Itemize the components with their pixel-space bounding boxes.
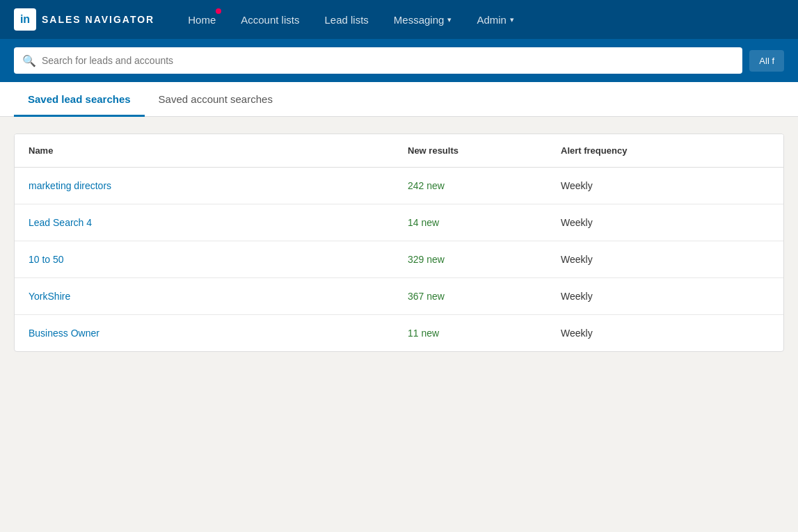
search-icon: 🔍 xyxy=(22,54,36,67)
row-new-results: 11 new xyxy=(408,328,561,339)
home-label: Home xyxy=(188,14,216,26)
table-row[interactable]: Business Owner 11 new Weekly xyxy=(15,315,783,351)
row-new-results: 367 new xyxy=(408,291,561,302)
admin-label: Admin xyxy=(477,14,506,26)
lead-lists-label: Lead lists xyxy=(324,14,368,26)
nav-link-lead-lists[interactable]: Lead lists xyxy=(312,0,381,39)
account-lists-label: Account lists xyxy=(241,14,299,26)
table-row[interactable]: 10 to 50 329 new Weekly xyxy=(15,241,783,278)
row-frequency: Weekly xyxy=(561,328,714,339)
tab-saved-account-searches[interactable]: Saved account searches xyxy=(145,82,287,117)
filter-button[interactable]: All f xyxy=(749,50,784,72)
row-frequency: Weekly xyxy=(561,217,714,228)
row-frequency: Weekly xyxy=(561,180,714,191)
row-new-results: 329 new xyxy=(408,254,561,265)
row-name[interactable]: Lead Search 4 xyxy=(29,217,408,228)
table-header: Name New results Alert frequency xyxy=(15,134,783,168)
table-row[interactable]: YorkShire 367 new Weekly xyxy=(15,278,783,315)
row-name[interactable]: marketing directors xyxy=(29,180,408,191)
linkedin-logo-box: in xyxy=(14,8,36,31)
admin-chevron-icon: ▾ xyxy=(510,15,514,24)
nav-link-admin[interactable]: Admin ▾ xyxy=(464,0,527,39)
column-new-results: New results xyxy=(408,145,561,156)
navbar: in SALES NAVIGATOR Home Account lists Le… xyxy=(0,0,798,39)
row-name[interactable]: YorkShire xyxy=(29,291,408,302)
search-input[interactable] xyxy=(42,55,734,66)
row-name[interactable]: Business Owner xyxy=(29,328,408,339)
row-name[interactable]: 10 to 50 xyxy=(29,254,408,265)
nav-links: Home Account lists Lead lists Messaging … xyxy=(175,0,784,39)
nav-link-account-lists[interactable]: Account lists xyxy=(228,0,312,39)
tabs-wrap: Saved lead searches Saved account search… xyxy=(0,82,798,117)
search-box: 🔍 xyxy=(14,47,742,74)
messaging-chevron-icon: ▾ xyxy=(447,15,452,24)
row-frequency: Weekly xyxy=(561,254,714,265)
table-row[interactable]: marketing directors 242 new Weekly xyxy=(15,168,783,204)
nav-link-home[interactable]: Home xyxy=(175,0,228,39)
table-row[interactable]: Lead Search 4 14 new Weekly xyxy=(15,204,783,241)
column-alert-frequency: Alert frequency xyxy=(561,145,714,156)
column-actions xyxy=(714,145,769,156)
row-new-results: 242 new xyxy=(408,180,561,191)
tab-saved-lead-searches[interactable]: Saved lead searches xyxy=(14,82,145,117)
column-name: Name xyxy=(29,145,408,156)
nav-link-messaging[interactable]: Messaging ▾ xyxy=(381,0,465,39)
search-bar-wrap: 🔍 All f xyxy=(0,39,798,82)
brand-name: SALES NAVIGATOR xyxy=(42,14,154,25)
brand-logo[interactable]: in SALES NAVIGATOR xyxy=(14,8,154,31)
linkedin-logo-text: in xyxy=(20,13,30,26)
row-new-results: 14 new xyxy=(408,217,561,228)
row-frequency: Weekly xyxy=(561,291,714,302)
messaging-label: Messaging xyxy=(394,14,445,26)
saved-searches-table: Name New results Alert frequency marketi… xyxy=(14,134,784,352)
